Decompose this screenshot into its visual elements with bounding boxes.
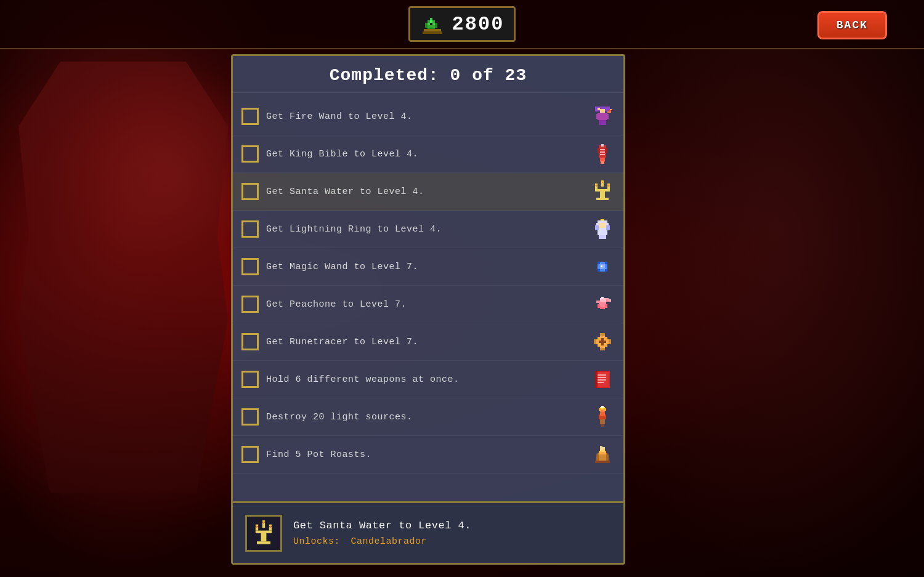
score-box: 2800 — [408, 6, 516, 42]
quest-list[interactable]: Get Fire Wand to Level 4. Get King Bible… — [233, 93, 623, 501]
svg-rect-7 — [432, 23, 435, 25]
svg-rect-97 — [598, 379, 606, 381]
svg-rect-53 — [606, 223, 609, 225]
quest-text: Get Santa Water to Level 4. — [266, 187, 583, 197]
quest-item[interactable]: Get Peachone to Level 7. — [233, 286, 623, 323]
svg-rect-32 — [600, 158, 605, 161]
svg-rect-42 — [600, 192, 605, 198]
svg-rect-5 — [428, 23, 430, 25]
quest-text: Get Peachone to Level 7. — [266, 299, 583, 310]
svg-rect-6 — [430, 20, 432, 23]
svg-rect-21 — [598, 113, 607, 120]
quest-item[interactable]: Get Runetracer to Level 7. — [233, 323, 623, 361]
svg-rect-33 — [601, 161, 604, 164]
detail-icon — [245, 515, 282, 552]
unlock-label: Unlocks: — [293, 536, 340, 547]
king-bible-icon — [590, 142, 615, 166]
quest-item[interactable]: Find 5 Pot Roasts. — [233, 436, 623, 474]
quest-checkbox[interactable] — [241, 145, 259, 163]
svg-rect-67 — [601, 265, 602, 267]
quest-item[interactable]: Get King Bible to Level 4. — [233, 135, 623, 173]
svg-rect-128 — [269, 524, 272, 525]
detail-title: Get Santa Water to Level 4. — [293, 520, 611, 531]
svg-rect-9 — [425, 25, 428, 28]
svg-rect-91 — [599, 341, 606, 343]
quest-checkbox[interactable] — [241, 258, 259, 275]
svg-rect-37 — [600, 154, 605, 155]
svg-rect-87 — [600, 345, 605, 348]
svg-rect-25 — [602, 120, 606, 125]
quest-checkbox[interactable] — [241, 108, 259, 125]
svg-rect-43 — [596, 198, 609, 200]
magic-wand-icon — [590, 254, 615, 279]
quest-text: Get Lightning Ring to Level 4. — [266, 224, 583, 235]
svg-rect-19 — [598, 108, 600, 110]
svg-rect-54 — [598, 228, 607, 235]
svg-rect-81 — [607, 299, 611, 301]
svg-rect-36 — [600, 151, 605, 153]
svg-rect-28 — [610, 109, 612, 110]
quest-text: Get Fire Wand to Level 4. — [266, 111, 583, 122]
svg-rect-71 — [605, 269, 607, 272]
quest-checkbox[interactable] — [241, 446, 259, 463]
main-panel: Completed: 0 of 23 Get Fire Wand to Leve… — [231, 54, 625, 565]
svg-rect-68 — [598, 262, 600, 264]
svg-rect-56 — [606, 225, 610, 230]
svg-rect-51 — [598, 220, 607, 223]
svg-rect-48 — [595, 184, 598, 185]
pot-roast-icon — [590, 442, 615, 467]
quest-item[interactable]: Get Fire Wand to Level 4. — [233, 98, 623, 135]
peachone-icon — [590, 292, 615, 317]
quest-item[interactable]: Get Santa Water to Level 4. — [233, 173, 623, 211]
fire-wand-icon — [590, 104, 615, 129]
detail-unlock: Unlocks: Candelabrador — [293, 536, 611, 547]
quest-checkbox[interactable] — [241, 371, 259, 388]
svg-rect-116 — [602, 447, 605, 448]
vampire-silhouette — [18, 62, 228, 493]
svg-rect-80 — [606, 298, 609, 299]
quest-checkbox[interactable] — [241, 220, 259, 238]
svg-rect-127 — [256, 524, 258, 525]
svg-rect-47 — [601, 180, 604, 182]
svg-rect-55 — [595, 225, 599, 230]
svg-rect-82 — [609, 301, 611, 302]
svg-rect-105 — [599, 408, 601, 411]
quest-item[interactable]: Hold 6 different weapons at once. — [233, 361, 623, 398]
back-button[interactable]: BACK — [817, 11, 887, 39]
quest-text: Find 5 Pot Roasts. — [266, 450, 583, 460]
svg-rect-1 — [428, 20, 430, 23]
weapons-icon — [590, 367, 615, 392]
quest-item[interactable]: Destroy 20 light sources. — [233, 398, 623, 436]
quest-item[interactable]: Get Lightning Ring to Level 4. — [233, 211, 623, 248]
svg-rect-23 — [606, 114, 609, 119]
coin-icon — [420, 12, 445, 36]
svg-rect-120 — [256, 530, 272, 533]
quest-text: Get Magic Wand to Level 7. — [266, 262, 583, 272]
quest-checkbox[interactable] — [241, 333, 259, 350]
svg-rect-20 — [600, 109, 605, 113]
svg-rect-58 — [602, 235, 606, 239]
quest-checkbox[interactable] — [241, 296, 259, 313]
svg-rect-122 — [257, 541, 270, 544]
quest-checkbox[interactable] — [241, 408, 259, 426]
svg-rect-59 — [601, 219, 604, 220]
runetracer-icon — [590, 329, 615, 354]
svg-rect-108 — [598, 453, 607, 462]
svg-rect-8 — [435, 25, 437, 28]
svg-rect-126 — [262, 520, 265, 522]
svg-rect-41 — [595, 189, 610, 192]
svg-rect-78 — [600, 307, 605, 309]
lightning-ring-icon — [590, 217, 615, 241]
quest-item[interactable]: Get Magic Wand to Level 7. — [233, 248, 623, 286]
quest-text: Get King Bible to Level 4. — [266, 149, 583, 159]
svg-rect-49 — [607, 184, 610, 185]
quest-text: Destroy 20 light sources. — [266, 412, 583, 422]
quest-checkbox[interactable] — [241, 183, 259, 200]
svg-rect-115 — [600, 446, 602, 448]
svg-rect-30 — [598, 148, 600, 153]
svg-rect-98 — [598, 382, 604, 383]
svg-rect-110 — [606, 454, 609, 461]
svg-rect-35 — [600, 149, 605, 150]
svg-rect-34 — [601, 144, 604, 147]
svg-rect-2 — [430, 18, 432, 20]
